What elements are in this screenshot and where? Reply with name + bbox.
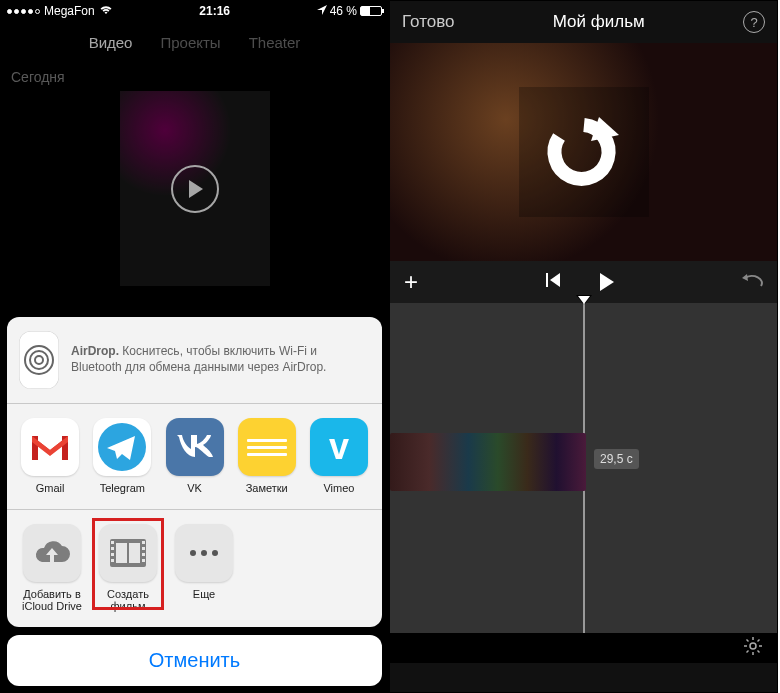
right-phone: Готово Мой фильм ? + 29,5 с	[389, 0, 778, 693]
vk-icon	[166, 418, 224, 476]
svg-rect-11	[142, 541, 145, 544]
carrier-label: MegaFon	[44, 4, 95, 18]
svg-rect-8	[111, 547, 114, 550]
gmail-icon	[21, 418, 79, 476]
svg-point-17	[212, 550, 218, 556]
svg-point-19	[750, 643, 756, 649]
battery-pct-label: 46 %	[330, 4, 357, 18]
share-app-vk[interactable]: VK	[163, 418, 225, 495]
svg-line-26	[747, 651, 749, 653]
svg-rect-12	[142, 547, 145, 550]
film-icon	[99, 524, 157, 582]
share-app-notes[interactable]: Заметки	[236, 418, 298, 495]
location-icon	[317, 4, 327, 18]
svg-rect-7	[111, 541, 114, 544]
undo-button[interactable]	[741, 272, 763, 292]
editor-header: Готово Мой фильм ?	[390, 1, 777, 43]
cloud-upload-icon	[23, 524, 81, 582]
share-app-telegram[interactable]: Telegram	[91, 418, 153, 495]
notes-icon	[238, 418, 296, 476]
video-preview[interactable]	[390, 43, 777, 261]
share-sheet: AirDrop. Коснитесь, чтобы включить Wi-Fi…	[7, 317, 382, 686]
project-title: Мой фильм	[455, 12, 744, 32]
airdrop-row[interactable]: AirDrop. Коснитесь, чтобы включить Wi-Fi…	[7, 317, 382, 403]
left-phone: MegaFon 21:16 46 % Видео Проекты Theater…	[0, 0, 389, 693]
action-more[interactable]: Еще	[171, 524, 237, 613]
rotate-overlay	[519, 87, 649, 217]
vimeo-icon: v	[310, 418, 368, 476]
skip-back-button[interactable]	[546, 273, 562, 291]
share-app-gmail[interactable]: Gmail	[19, 418, 81, 495]
svg-point-1	[30, 351, 48, 369]
svg-point-15	[190, 550, 196, 556]
share-app-vimeo[interactable]: v Vimeo	[308, 418, 370, 495]
play-button[interactable]	[600, 273, 614, 291]
svg-rect-13	[142, 553, 145, 556]
telegram-icon	[93, 418, 151, 476]
status-bar: MegaFon 21:16 46 %	[1, 1, 388, 21]
svg-rect-6	[127, 543, 129, 563]
svg-line-25	[758, 651, 760, 653]
editor-bottom-bar	[390, 633, 777, 663]
done-button[interactable]: Готово	[402, 12, 455, 32]
more-icon	[175, 524, 233, 582]
svg-line-27	[758, 640, 760, 642]
signal-dots-icon	[7, 9, 40, 14]
duration-badge: 29,5 с	[594, 449, 639, 469]
svg-point-16	[201, 550, 207, 556]
svg-line-24	[747, 640, 749, 642]
action-add-icloud[interactable]: Добавить в iCloud Drive	[19, 524, 85, 613]
help-icon[interactable]: ?	[743, 11, 765, 33]
action-create-film[interactable]: Создать фильм	[95, 524, 161, 613]
clock-label: 21:16	[199, 4, 230, 18]
share-actions-row: Добавить в iCloud Drive Создать фильм Ещ…	[7, 510, 382, 627]
wifi-icon	[99, 4, 113, 18]
airdrop-text: AirDrop. Коснитесь, чтобы включить Wi-Fi…	[71, 344, 370, 375]
share-apps-row: Gmail Telegram VK	[7, 404, 382, 509]
timeline[interactable]: 29,5 с	[390, 303, 777, 663]
settings-icon[interactable]	[743, 636, 763, 660]
svg-point-0	[35, 356, 43, 364]
add-media-button[interactable]: +	[404, 268, 418, 296]
svg-rect-9	[111, 553, 114, 556]
battery-icon	[360, 6, 382, 16]
svg-rect-18	[546, 273, 548, 287]
airdrop-icon	[19, 331, 59, 389]
svg-rect-10	[111, 559, 114, 562]
svg-rect-14	[142, 559, 145, 562]
timeline-clip[interactable]	[390, 433, 586, 491]
cancel-button[interactable]: Отменить	[7, 635, 382, 686]
rotate-icon	[539, 107, 629, 197]
